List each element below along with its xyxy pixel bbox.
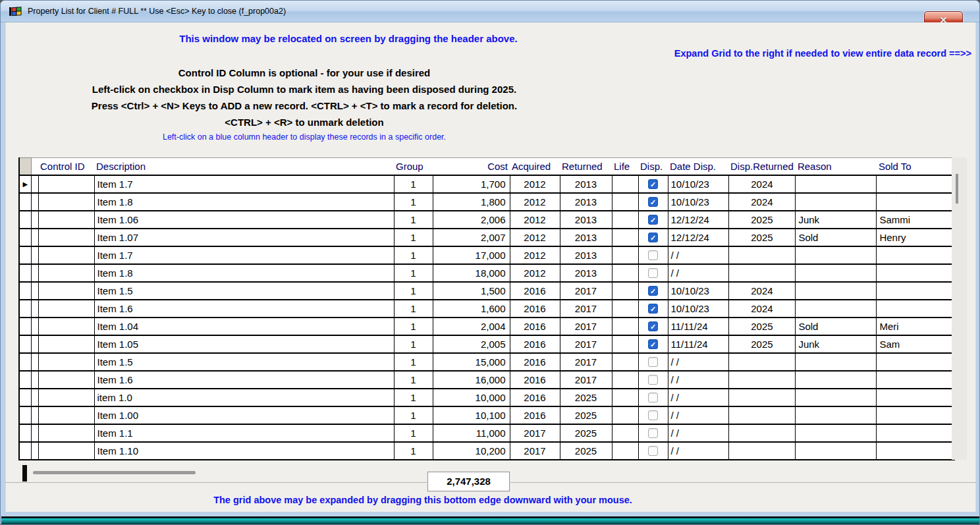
row-selector-cell[interactable] [19, 282, 31, 300]
disp-checkbox[interactable] [648, 393, 658, 402]
cell-disp[interactable] [638, 318, 668, 335]
disp-checkbox[interactable] [648, 410, 658, 420]
cell-returned: 2017 [560, 318, 612, 335]
cell-disp_return [728, 424, 796, 442]
cell-reason [796, 442, 877, 460]
cell-disp[interactable] [638, 246, 668, 264]
disp-checkbox[interactable] [648, 304, 658, 314]
cell-disp[interactable] [638, 442, 668, 460]
row-selector-cell[interactable]: ▶ [19, 175, 31, 193]
cell-life [612, 300, 638, 318]
cell-disp[interactable] [638, 282, 668, 300]
column-header-returned[interactable]: Returned [560, 158, 612, 175]
row-selector-cell[interactable] [19, 371, 31, 389]
row-selector-cell[interactable] [19, 211, 31, 229]
row-selector-cell[interactable] [19, 229, 31, 246]
mark-cell [31, 318, 38, 335]
cell-disp_return [728, 442, 796, 460]
cell-group: 1 [394, 211, 433, 229]
disp-checkbox[interactable] [648, 197, 658, 207]
disp-checkbox[interactable] [648, 268, 658, 278]
cell-life [612, 264, 638, 282]
column-header-control_id[interactable]: Control ID [38, 158, 94, 175]
row-selector-cell[interactable] [19, 246, 31, 264]
grid-header-row: Control IDDescriptionGroupCostAcquiredRe… [19, 158, 955, 175]
cell-disp[interactable] [638, 335, 668, 353]
row-selector-cell[interactable] [19, 318, 31, 335]
cell-disp[interactable] [638, 353, 668, 371]
cell-disp[interactable] [638, 175, 668, 193]
row-selector-cell[interactable] [19, 264, 31, 282]
cell-disp[interactable] [638, 193, 668, 211]
row-selector-cell[interactable] [19, 442, 31, 460]
column-header-cost[interactable]: Cost [433, 158, 510, 175]
cell-date_disp: 11/11/24 [668, 335, 728, 353]
column-header-disp_return[interactable]: Disp.Returned [728, 158, 796, 175]
cell-disp[interactable] [638, 424, 668, 442]
row-selector-cell[interactable] [19, 406, 31, 424]
row-selector-cell[interactable] [19, 193, 31, 211]
cell-life [612, 175, 638, 193]
titlebar[interactable]: Property List for Client # FULL ** Use <… [1, 1, 979, 22]
vertical-scrollbar-thumb[interactable] [956, 174, 958, 204]
cell-disp[interactable] [638, 389, 668, 406]
column-header-life[interactable]: Life [612, 158, 638, 175]
column-header-sold_to[interactable]: Sold To [877, 158, 955, 175]
disp-checkbox[interactable] [648, 375, 658, 385]
column-header-date_disp[interactable]: Date Disp. [668, 158, 728, 175]
cell-disp_return: 2024 [728, 193, 796, 211]
disp-checkbox[interactable] [648, 357, 658, 367]
row-selector-header [19, 158, 31, 175]
cell-control_id [38, 406, 94, 424]
disp-checkbox[interactable] [648, 215, 658, 225]
cell-description: Item 1.7 [94, 175, 394, 193]
disp-checkbox[interactable] [648, 446, 658, 456]
column-header-description[interactable]: Description [94, 158, 394, 175]
disp-checkbox[interactable] [648, 428, 658, 438]
row-selector-cell[interactable] [19, 389, 31, 406]
cell-life [612, 424, 638, 442]
cell-description: Item 1.6 [94, 300, 394, 318]
row-selector-cell[interactable] [19, 424, 31, 442]
cell-control_id [38, 175, 94, 193]
cell-date_disp: 10/10/23 [668, 300, 728, 318]
column-header-group[interactable]: Group [394, 158, 433, 175]
row-selector-cell[interactable] [19, 353, 31, 371]
cell-cost: 16,000 [433, 371, 510, 389]
disp-checkbox[interactable] [648, 179, 658, 189]
column-header-disp[interactable]: Disp. [638, 158, 668, 175]
cell-acquired: 2016 [510, 353, 560, 371]
column-header-reason[interactable]: Reason [796, 158, 877, 175]
vertical-scrollbar[interactable] [952, 157, 967, 460]
cell-control_id [38, 300, 94, 318]
cell-control_id [38, 229, 94, 246]
disp-checkbox[interactable] [648, 339, 658, 349]
cell-group: 1 [394, 353, 433, 371]
bottom-resize-edge[interactable] [1, 516, 980, 524]
horizontal-scrollbar-thumb[interactable] [33, 471, 196, 474]
cell-disp[interactable] [638, 371, 668, 389]
disp-checkbox[interactable] [648, 233, 658, 242]
cell-group: 1 [394, 442, 433, 460]
cell-sold_to [877, 300, 955, 318]
cell-disp[interactable] [638, 406, 668, 424]
cell-date_disp: 10/10/23 [668, 175, 728, 193]
cell-disp[interactable] [638, 229, 668, 246]
disp-checkbox[interactable] [648, 250, 658, 260]
cell-group: 1 [394, 335, 433, 353]
mark-cell [31, 406, 38, 424]
row-selector-cell[interactable] [19, 335, 31, 353]
column-header-acquired[interactable]: Acquired [510, 158, 560, 175]
mark-cell [31, 371, 38, 389]
disp-checkbox[interactable] [648, 321, 658, 331]
cell-disp[interactable] [638, 211, 668, 229]
cell-returned: 2025 [560, 406, 612, 424]
row-selector-cell[interactable] [19, 300, 31, 318]
disp-checkbox[interactable] [648, 286, 658, 296]
cell-disp[interactable] [638, 300, 668, 318]
cell-disp[interactable] [638, 264, 668, 282]
cell-disp_return: 2025 [728, 229, 796, 246]
cell-returned: 2025 [560, 424, 612, 442]
cell-life [612, 335, 638, 353]
cell-sold_to [877, 175, 955, 193]
